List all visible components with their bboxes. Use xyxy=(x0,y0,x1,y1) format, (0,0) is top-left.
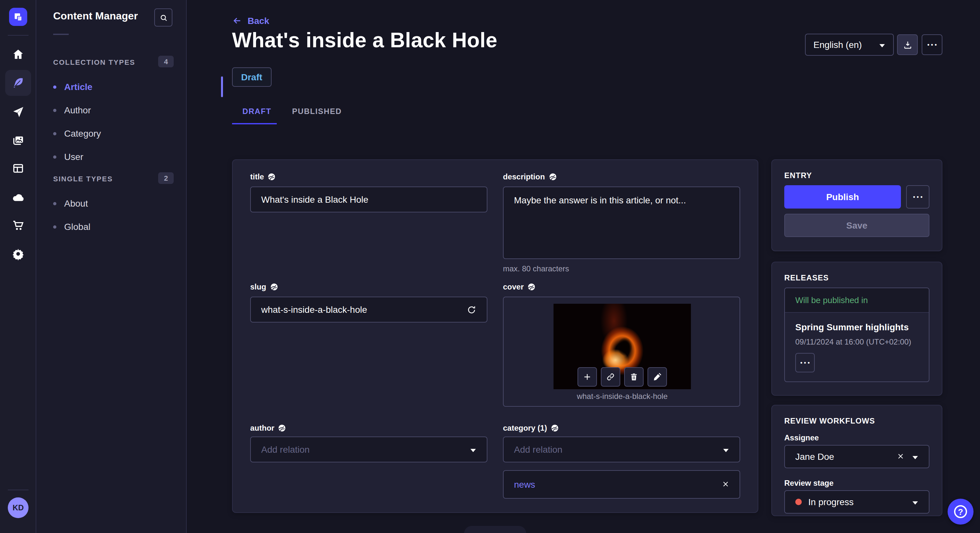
author-relation-select[interactable]: Add relation xyxy=(250,436,487,462)
release-title: Spring Summer highlights xyxy=(795,322,909,332)
add-media-button[interactable] xyxy=(578,367,597,387)
field-label-author: author xyxy=(250,424,286,433)
release-more-button[interactable]: ••• xyxy=(795,353,815,373)
sidebar-item-category[interactable]: Category xyxy=(53,123,174,144)
releases-panel-heading: RELEASES xyxy=(784,273,829,282)
feather-icon xyxy=(12,76,25,89)
description-textarea[interactable]: Maybe the answer is in this article, or … xyxy=(503,187,740,259)
bullet-icon xyxy=(53,85,56,89)
nav-content-type-builder[interactable] xyxy=(5,155,31,181)
ellipsis-icon: ••• xyxy=(799,359,811,366)
sidebar-item-global[interactable]: Global xyxy=(53,216,174,237)
more-actions-button[interactable]: ••• xyxy=(922,34,942,55)
sidebar-item-author[interactable]: Author xyxy=(53,100,174,121)
save-button[interactable]: Save xyxy=(784,214,929,237)
locale-value: English (en) xyxy=(813,40,862,50)
nav-releases[interactable] xyxy=(5,99,31,125)
label-text: category (1) xyxy=(503,424,547,433)
label-text: author xyxy=(250,424,275,433)
sidebar-item-label: User xyxy=(64,152,83,162)
assignee-label: Assignee xyxy=(784,433,819,443)
tab-draft[interactable]: DRAFT xyxy=(232,100,282,123)
nav-media-library[interactable] xyxy=(5,128,31,154)
globe-icon xyxy=(528,283,535,291)
tab-published[interactable]: PUBLISHED xyxy=(282,100,352,123)
nav-home[interactable] xyxy=(5,41,31,67)
description-hint: max. 80 characters xyxy=(503,264,569,273)
chevron-down-icon xyxy=(879,40,885,50)
field-label-title: title xyxy=(250,172,276,181)
clear-assignee-button[interactable] xyxy=(897,451,904,462)
chevron-down-icon[interactable] xyxy=(912,497,918,507)
label-text: description xyxy=(503,172,545,181)
nav-marketplace[interactable] xyxy=(5,213,31,238)
remove-relation-button[interactable] xyxy=(722,479,729,490)
assignee-combobox[interactable]: Jane Doe xyxy=(784,445,929,468)
assignee-value: Jane Doe xyxy=(795,451,834,462)
active-item-indicator xyxy=(221,76,223,97)
collapsed-component-peek[interactable] xyxy=(464,526,526,533)
search-icon xyxy=(159,13,167,22)
category-news-link[interactable]: news xyxy=(514,479,535,490)
download-icon xyxy=(902,40,912,49)
field-label-description: description xyxy=(503,172,557,181)
back-link[interactable]: Back xyxy=(232,16,269,26)
title-value: What's inside a Black Hole xyxy=(261,194,369,205)
user-avatar[interactable]: KD xyxy=(8,497,29,518)
copy-link-button[interactable] xyxy=(601,367,620,387)
back-label: Back xyxy=(248,16,269,26)
edit-media-button[interactable] xyxy=(648,367,667,387)
chevron-down-icon xyxy=(470,444,476,455)
section-single-types: SINGLE TYPES xyxy=(53,175,113,182)
version-tabs: DRAFT PUBLISHED xyxy=(232,100,352,123)
field-label-category: category (1) xyxy=(503,424,559,433)
category-relation-select[interactable]: Add relation xyxy=(503,436,740,462)
bullet-icon xyxy=(53,108,56,112)
sidebar-divider xyxy=(53,34,69,35)
chevron-down-icon[interactable] xyxy=(912,451,918,462)
slug-input[interactable]: what-s-inside-a-black-hole xyxy=(250,297,487,322)
category-placeholder: Add relation xyxy=(514,444,562,455)
home-icon xyxy=(12,48,25,61)
export-button[interactable] xyxy=(897,34,918,55)
slug-value: what-s-inside-a-black-hole xyxy=(261,305,367,315)
sidebar-item-about[interactable]: About xyxy=(53,193,174,214)
release-datetime: 09/11/2024 at 16:00 (UTC+02:00) xyxy=(795,338,911,346)
title-input[interactable]: What's inside a Black Hole xyxy=(250,187,487,213)
section-collection-types: COLLECTION TYPES xyxy=(53,58,135,66)
stage-status-dot xyxy=(795,499,802,505)
bullet-icon xyxy=(53,155,56,159)
bullet-icon xyxy=(53,202,56,205)
help-button[interactable]: ? xyxy=(948,499,974,525)
tab-active-underline xyxy=(232,123,277,124)
nav-cloud[interactable] xyxy=(5,185,31,211)
field-label-slug: slug xyxy=(250,282,278,292)
strapi-logo[interactable] xyxy=(9,8,27,26)
sidebar-item-article[interactable]: Article xyxy=(53,76,174,97)
review-stage-select[interactable]: In progress xyxy=(784,490,929,514)
label-text: title xyxy=(250,172,264,181)
sidebar-title: Content Manager xyxy=(53,10,138,22)
sidebar-item-label: About xyxy=(64,198,88,209)
status-badge: Draft xyxy=(232,67,271,87)
category-relation-item: news xyxy=(503,470,740,499)
entry-more-button[interactable]: ••• xyxy=(906,185,929,209)
main-nav-rail: KD xyxy=(0,0,36,533)
sidebar-search-button[interactable] xyxy=(154,8,172,27)
sidebar-item-label: Author xyxy=(64,105,91,115)
stage-value-wrap: In progress xyxy=(795,497,854,507)
pictures-icon xyxy=(12,134,25,147)
sidebar-item-label: Global xyxy=(64,222,91,232)
nav-content-manager[interactable] xyxy=(5,70,31,96)
sidebar-item-user[interactable]: User xyxy=(53,146,174,167)
locale-select[interactable]: English (en) xyxy=(805,34,894,56)
paper-plane-icon xyxy=(12,106,25,119)
nav-settings[interactable] xyxy=(5,241,31,267)
globe-icon xyxy=(268,173,276,181)
cover-action-bar xyxy=(578,367,667,387)
delete-media-button[interactable] xyxy=(624,367,644,387)
regenerate-icon[interactable] xyxy=(467,305,476,314)
globe-icon xyxy=(551,424,559,432)
publish-button[interactable]: Publish xyxy=(784,185,901,209)
question-mark-icon: ? xyxy=(954,505,967,518)
